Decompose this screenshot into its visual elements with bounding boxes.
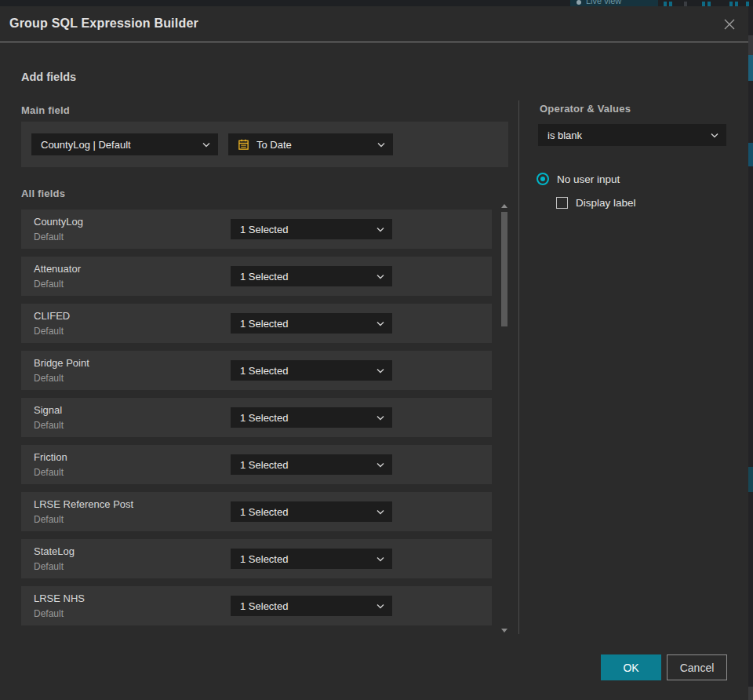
field-subtitle: Default <box>34 514 64 525</box>
scroll-down-arrow[interactable] <box>501 629 507 633</box>
chevron-down-icon <box>376 509 384 515</box>
scroll-up-arrow[interactable] <box>501 204 507 208</box>
field-subtitle: Default <box>34 561 64 572</box>
field-subtitle: Default <box>34 608 64 619</box>
column-divider <box>518 100 519 634</box>
field-subtitle: Default <box>34 420 64 431</box>
checkbox-icon[interactable] <box>556 197 568 209</box>
field-subtitle: Default <box>34 467 64 478</box>
field-subtitle: Default <box>34 326 64 337</box>
main-field-select-value: CountyLog | Default <box>41 139 196 151</box>
field-name: Attenuator <box>34 263 81 275</box>
field-row: LRSE Reference Post Default 1 Selected <box>21 492 492 531</box>
field-subtitle: Default <box>34 279 64 290</box>
display-label-label: Display label <box>576 197 636 209</box>
field-selected-dropdown[interactable]: 1 Selected <box>231 266 392 286</box>
field-selected-dropdown[interactable]: 1 Selected <box>231 219 392 239</box>
main-field-type-value: To Date <box>256 139 371 151</box>
field-name: LRSE Reference Post <box>34 498 133 510</box>
chevron-down-icon <box>377 142 385 148</box>
no-user-input-label: No user input <box>557 173 620 185</box>
live-view-label: Live view <box>586 0 621 5</box>
field-subtitle: Default <box>34 232 64 242</box>
field-name: CLIFED <box>34 310 70 322</box>
field-name: StateLog <box>34 545 75 557</box>
field-selected-value: 1 Selected <box>240 271 370 283</box>
add-fields-heading: Add fields <box>21 71 76 83</box>
field-selected-value: 1 Selected <box>240 318 370 330</box>
field-selected-dropdown[interactable]: 1 Selected <box>231 549 392 569</box>
chevron-down-icon <box>376 368 384 374</box>
group-sql-expression-builder-dialog: Group SQL Expression Builder Add fields … <box>0 6 748 700</box>
field-row: Friction Default 1 Selected <box>21 445 492 484</box>
field-name: Bridge Point <box>34 357 89 369</box>
operator-values-label: Operator & Values <box>540 103 631 115</box>
operator-select[interactable]: is blank <box>538 124 726 146</box>
chevron-down-icon <box>376 274 384 279</box>
field-selected-value: 1 Selected <box>240 506 370 518</box>
close-icon[interactable] <box>721 16 738 33</box>
field-selected-value: 1 Selected <box>240 459 370 471</box>
live-view-toggle: Live view <box>570 0 658 6</box>
background-sliver-segment <box>748 55 753 81</box>
main-field-label: Main field <box>21 104 70 116</box>
scrollbar-thumb[interactable] <box>501 212 507 326</box>
dialog-header: Group SQL Expression Builder <box>0 6 748 42</box>
background-sliver-segment <box>748 687 753 700</box>
field-selected-value: 1 Selected <box>240 365 370 377</box>
chevron-down-icon <box>376 603 384 609</box>
cancel-button[interactable]: Cancel <box>667 654 727 680</box>
field-row: CLIFED Default 1 Selected <box>21 304 492 343</box>
field-selected-dropdown[interactable]: 1 Selected <box>231 360 392 381</box>
chevron-down-icon <box>376 227 384 232</box>
field-selected-dropdown[interactable]: 1 Selected <box>231 407 392 428</box>
list-scrollbar[interactable] <box>500 202 508 636</box>
field-name: CountyLog <box>34 216 83 228</box>
display-label-checkbox[interactable]: Display label <box>556 197 636 209</box>
main-field-panel: CountyLog | Default To Date <box>21 122 508 167</box>
field-row: Signal Default 1 Selected <box>21 398 492 437</box>
field-row: Attenuator Default 1 Selected <box>21 257 492 296</box>
chevron-down-icon <box>376 556 384 562</box>
ok-button[interactable]: OK <box>601 654 661 680</box>
field-selected-value: 1 Selected <box>240 224 370 235</box>
field-selected-dropdown[interactable]: 1 Selected <box>231 313 392 334</box>
background-sliver-segment <box>748 143 753 166</box>
background-app-bar: Live view <box>0 0 753 6</box>
field-subtitle: Default <box>34 373 64 384</box>
field-selected-value: 1 Selected <box>240 553 370 565</box>
calendar-icon <box>238 138 249 151</box>
background-sliver-segment <box>748 467 753 492</box>
background-app-sliver <box>748 6 753 700</box>
field-selected-dropdown[interactable]: 1 Selected <box>231 454 392 475</box>
field-row: LRSE NHS Default 1 Selected <box>21 586 492 625</box>
field-name: Friction <box>34 451 67 463</box>
field-name: Signal <box>34 404 62 416</box>
field-name: LRSE NHS <box>34 592 85 604</box>
main-field-select[interactable]: CountyLog | Default <box>31 133 218 155</box>
field-row: StateLog Default 1 Selected <box>21 539 492 578</box>
all-fields-label: All fields <box>21 188 65 199</box>
field-selected-value: 1 Selected <box>240 412 370 424</box>
no-user-input-radio[interactable]: No user input <box>537 173 620 185</box>
chevron-down-icon <box>202 142 210 148</box>
chevron-down-icon <box>376 321 384 326</box>
live-view-dot-icon <box>577 0 581 5</box>
background-sliver-segment <box>748 35 753 55</box>
operator-select-value: is blank <box>547 129 704 141</box>
chevron-down-icon <box>376 415 384 421</box>
field-row: Bridge Point Default 1 Selected <box>21 351 492 390</box>
main-field-type-select[interactable]: To Date <box>228 133 393 155</box>
chevron-down-icon <box>711 133 718 138</box>
field-selected-value: 1 Selected <box>240 600 370 612</box>
field-selected-dropdown[interactable]: 1 Selected <box>231 596 392 616</box>
chevron-down-icon <box>376 462 384 468</box>
radio-icon[interactable] <box>537 173 549 185</box>
field-row: CountyLog Default 1 Selected <box>21 210 492 249</box>
dialog-title: Group SQL Expression Builder <box>9 16 198 31</box>
field-selected-dropdown[interactable]: 1 Selected <box>231 501 392 522</box>
